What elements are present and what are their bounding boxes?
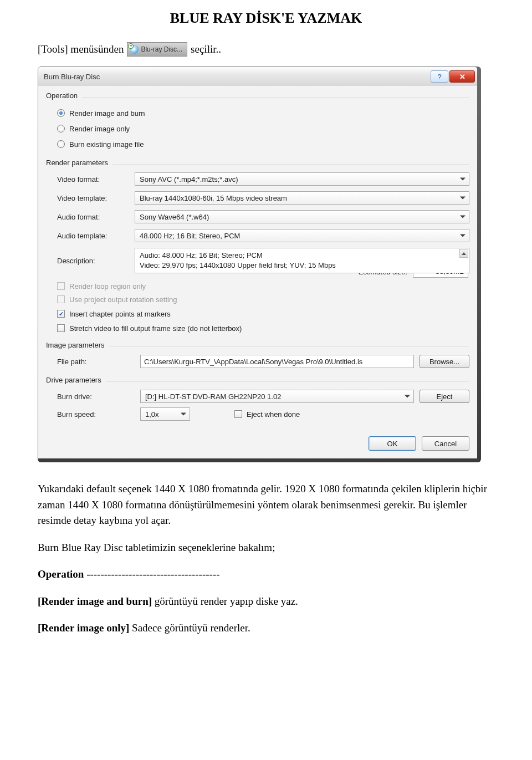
check-rotation-label: Use project output rotation setting [69,295,177,304]
dialog-titlebar: Burn Blu-ray Disc ? ✕ [38,67,477,86]
audio-format-label: Audio format: [57,213,135,221]
audio-template-select[interactable]: 48.000 Hz; 16 Bit; Stereo, PCM [135,229,469,242]
intro-prefix: [Tools] menüsünden [38,43,124,55]
check-chapter-points-label: Insert chapter points at markers [69,310,171,318]
description-line1: Audio: 48.000 Hz; 16 Bit; Stereo; PCM [140,251,459,261]
dialog-title: Burn Blu-ray Disc [44,73,100,81]
chevron-down-icon [460,216,466,218]
check-stretch-video[interactable] [57,324,65,332]
audio-format-select[interactable]: Sony Wave64 (*.w64) [135,210,469,223]
radio-icon [57,125,65,132]
description-line2: Video: 29,970 fps; 1440x1080 Upper field… [140,261,459,271]
post-p5: [Render image only] Sadece görüntüyü ren… [38,620,494,636]
help-button[interactable]: ? [431,70,448,83]
intro-line: [Tools] menüsünden + Blu-ray Disc... seç… [38,42,532,57]
operation-group: Operation [46,91,469,100]
audio-template-value: 48.000 Hz; 16 Bit; Stereo, PCM [140,232,240,240]
check-loop-region [57,282,65,290]
burn-speed-value: 1,0x [145,410,159,419]
image-params-group: Image parameters [46,341,469,349]
chevron-down-icon [460,234,466,237]
check-rotation [57,295,65,303]
eject-button[interactable]: Eject [420,390,469,403]
video-format-select[interactable]: Sony AVC (*.mp4;*.m2ts;*.avc) [135,172,469,186]
file-path-label: File path: [57,358,135,366]
scroll-up-icon[interactable] [459,249,468,258]
radio-label: Burn existing image file [69,140,144,149]
audio-format-value: Sony Wave64 (*.w64) [140,213,209,221]
radio-label: Render image and burn [69,109,145,118]
post-p1: Yukarıdaki default seçenek 1440 X 1080 f… [38,481,494,529]
check-eject-when-done-label: Eject when done [247,410,300,419]
post-p2: Burn Blue Ray Disc tabletimizin seçenekl… [38,540,494,556]
burn-drive-select[interactable]: [D:] HL-DT-ST DVD-RAM GH22NP20 1.02 [140,390,414,403]
description-label: Description: [57,257,135,265]
video-template-select[interactable]: Blu-ray 1440x1080-60i, 15 Mbps video str… [135,191,469,205]
disc-icon: + [130,45,139,54]
bluray-menu-button: + Blu-ray Disc... [127,42,187,57]
menu-button-label: Blu-ray Disc... [141,45,182,53]
burn-drive-label: Burn drive: [57,392,135,401]
video-format-label: Video format: [57,175,135,183]
radio-icon [57,109,65,117]
burn-speed-select[interactable]: 1,0x [140,407,190,421]
radio-burn-existing[interactable]: Burn existing image file [57,136,469,152]
radio-render-and-burn[interactable]: Render image and burn [57,105,469,121]
audio-template-label: Audio template: [57,232,135,240]
radio-icon [57,140,65,148]
video-format-value: Sony AVC (*.mp4;*.m2ts;*.avc) [140,175,238,183]
file-path-value: C:\Users\Kurgu-RTV_\AppData\Local\Sony\V… [144,358,362,366]
burn-speed-label: Burn speed: [57,410,135,419]
check-loop-region-label: Render loop region only [69,282,146,290]
operation-legend: Operation [46,91,82,100]
video-template-value: Blu-ray 1440x1080-60i, 15 Mbps video str… [140,194,287,202]
render-legend: Render parameters [46,159,112,167]
check-eject-when-done[interactable] [234,410,242,418]
radio-render-only[interactable]: Render image only [57,121,469,136]
cancel-button[interactable]: Cancel [422,436,469,451]
check-chapter-points[interactable] [57,310,65,318]
drive-params-group: Drive parameters [46,376,469,384]
post-p4: [Render image and burn] görüntüyü render… [38,594,494,610]
burn-dialog: Burn Blu-ray Disc ? ✕ Operation Render i… [38,67,481,462]
chevron-down-icon [460,197,466,200]
close-button[interactable]: ✕ [449,70,475,83]
file-path-input[interactable]: C:\Users\Kurgu-RTV_\AppData\Local\Sony\V… [140,355,414,368]
check-stretch-video-label: Stretch video to fill output frame size … [69,324,242,333]
chevron-down-icon [405,395,410,398]
post-p3: Operation ------------------------------… [38,567,494,583]
browse-button[interactable]: Browse... [420,355,469,368]
post-text: Yukarıdaki default seçenek 1440 X 1080 f… [38,481,494,636]
image-legend: Image parameters [46,341,109,349]
chevron-down-icon [181,413,186,416]
video-template-label: Video template: [57,194,135,202]
drive-legend: Drive parameters [46,376,106,384]
radio-label: Render image only [69,125,130,133]
chevron-down-icon [460,178,466,181]
intro-suffix: seçilir.. [191,43,221,55]
ok-button[interactable]: OK [369,436,416,451]
page-title: BLUE RAY DİSK'E YAZMAK [0,10,532,27]
description-box[interactable]: Audio: 48.000 Hz; 16 Bit; Stereo; PCM Vi… [135,248,469,273]
render-params-group: Render parameters [46,159,469,167]
burn-drive-value: [D:] HL-DT-ST DVD-RAM GH22NP20 1.02 [145,392,281,401]
